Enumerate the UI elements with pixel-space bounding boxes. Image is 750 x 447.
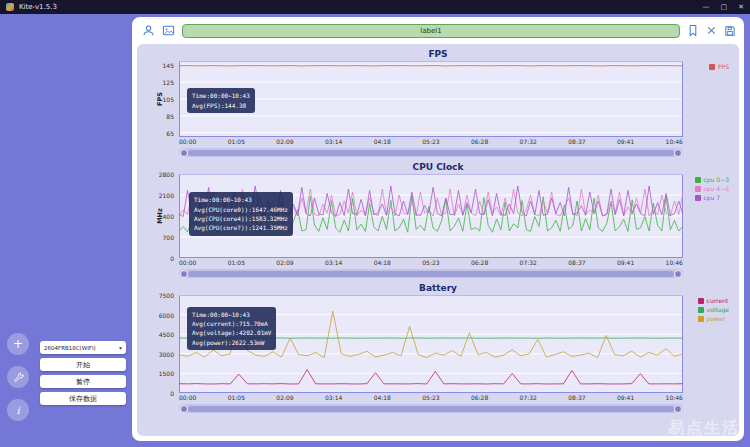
x-tick-label: 00:00 — [179, 259, 196, 266]
plot-area[interactable]: MHz 2800210014007000 Time:00:00~10:43Avg… — [179, 174, 683, 258]
x-tick-label: 10:46 — [666, 259, 683, 266]
minimize-button[interactable]: — — [703, 0, 710, 14]
cpu-clock-chart: CPU Clock MHz 2800210014007000 Time:00:0… — [145, 159, 731, 280]
tooltip-line: Avg(CPU(core7)):1241.35MHz — [194, 223, 288, 232]
slider-bar[interactable] — [188, 150, 674, 156]
cut-icon[interactable] — [706, 25, 717, 36]
app-icon — [6, 3, 14, 11]
slider-left-knob[interactable] — [180, 405, 188, 413]
x-axis-labels: 00:0001:0502:0903:1404:1805:2306:2807:32… — [179, 394, 683, 401]
y-tick-label: 65 — [166, 129, 174, 136]
x-tick-label: 10:46 — [666, 138, 683, 145]
pause-button[interactable]: 暂停 — [40, 375, 126, 388]
chart-range-slider[interactable] — [179, 148, 683, 157]
x-tick-label: 01:05 — [228, 259, 245, 266]
x-tick-label: 04:18 — [374, 138, 391, 145]
slider-right-knob[interactable] — [674, 149, 682, 157]
window-controls: — ▢ ✕ — [703, 0, 745, 14]
x-tick-label: 06:28 — [471, 259, 488, 266]
y-tick-label: 1400 — [159, 213, 174, 220]
main-panel: FPS FPS 1451251058565 Time:00:00~10:43Av… — [132, 17, 744, 441]
x-tick-label: 08:37 — [568, 394, 585, 401]
y-tick-label: 1500 — [159, 370, 174, 377]
x-axis-labels: 00:0001:0502:0903:1404:1805:2306:2807:32… — [179, 259, 683, 266]
x-tick-label: 10:46 — [666, 394, 683, 401]
x-tick-label: 00:00 — [179, 138, 196, 145]
save-data-button[interactable]: 保存数据 — [40, 392, 126, 405]
legend-swatch — [695, 186, 701, 192]
chart-title: FPS — [145, 46, 731, 61]
label-input[interactable] — [182, 24, 680, 38]
screenshot-icon[interactable] — [162, 24, 175, 37]
battery-chart: Battery 750060004500300015000 Time:00:00… — [145, 280, 731, 415]
bookmark-icon[interactable] — [687, 24, 699, 37]
fps-chart: FPS FPS 1451251058565 Time:00:00~10:43Av… — [145, 46, 731, 159]
chart-tooltip: Time:00:00~10:43Avg(FPS):144.38 — [187, 88, 255, 113]
chart-range-slider[interactable] — [179, 269, 683, 278]
y-tick-label: 3000 — [159, 350, 174, 357]
settings-button[interactable] — [7, 366, 29, 388]
x-tick-label: 04:18 — [374, 259, 391, 266]
save-icon[interactable] — [724, 25, 736, 37]
legend-item[interactable]: cpu 4~6 — [695, 185, 729, 192]
y-tick-label: 125 — [163, 79, 174, 86]
device-select[interactable]: 2604FRB18C(WIFI) ▾ — [40, 341, 126, 354]
legend-swatch — [698, 298, 704, 304]
legend-label: current — [707, 297, 729, 304]
x-tick-label: 07:32 — [520, 138, 537, 145]
legend-item[interactable]: cpu 0~3 — [695, 176, 729, 183]
chevron-down-icon: ▾ — [119, 344, 122, 351]
chart-legend: currentvoltagepower — [698, 297, 729, 322]
maximize-button[interactable]: ▢ — [721, 0, 728, 14]
plot-area[interactable]: FPS 1451251058565 Time:00:00~10:43Avg(FP… — [179, 61, 683, 137]
y-tick-label: 145 — [163, 62, 174, 69]
y-axis-ticks: 750060004500300015000 — [152, 295, 176, 393]
chart-title: CPU Clock — [145, 159, 731, 174]
device-panel: 2604FRB18C(WIFI) ▾ 开始 暂停 保存数据 — [40, 341, 126, 405]
x-tick-label: 05:23 — [422, 394, 439, 401]
legend-item[interactable]: power — [698, 315, 729, 322]
titlebar: Kite-v1.5.3 — ▢ ✕ — [0, 0, 750, 14]
legend-item[interactable]: cpu 7 — [695, 194, 729, 201]
add-device-button[interactable]: + — [7, 333, 29, 355]
plus-icon: + — [13, 337, 23, 351]
tooltip-line: Avg(power):2622.53mW — [192, 338, 271, 347]
legend-item[interactable]: FPS — [709, 63, 729, 70]
y-tick-label: 2800 — [159, 171, 174, 178]
legend-label: cpu 4~6 — [704, 185, 729, 192]
y-tick-label: 0 — [170, 255, 174, 262]
y-axis-ticks: 2800210014007000 — [152, 174, 176, 258]
toolbar — [132, 17, 744, 41]
tooltip-line: Time:00:00~10:43 — [194, 195, 288, 204]
device-select-value: 2604FRB18C(WIFI) — [44, 345, 96, 351]
legend-item[interactable]: voltage — [698, 306, 729, 313]
x-tick-label: 06:28 — [471, 138, 488, 145]
legend-label: power — [707, 315, 726, 322]
slider-bar[interactable] — [188, 271, 674, 277]
tooltip-line: Avg(current):715.70mA — [192, 319, 271, 328]
tooltip-line: Time:00:00~10:43 — [192, 91, 250, 100]
user-icon[interactable] — [142, 24, 155, 37]
x-tick-label: 01:05 — [228, 394, 245, 401]
legend-swatch — [698, 307, 704, 313]
y-tick-label: 85 — [166, 112, 174, 119]
tooltip-line: Avg(CPU(core0)):1647.46MHz — [194, 205, 288, 214]
x-tick-label: 09:41 — [617, 394, 634, 401]
legend-swatch — [695, 177, 701, 183]
x-tick-label: 08:37 — [568, 138, 585, 145]
y-tick-label: 6000 — [159, 311, 174, 318]
chart-range-slider[interactable] — [179, 404, 683, 413]
close-button[interactable]: ✕ — [738, 0, 744, 14]
legend-label: cpu 0~3 — [704, 176, 729, 183]
slider-right-knob[interactable] — [674, 270, 682, 278]
x-tick-label: 07:32 — [520, 394, 537, 401]
slider-right-knob[interactable] — [674, 405, 682, 413]
legend-item[interactable]: current — [698, 297, 729, 304]
info-icon: i — [16, 405, 19, 416]
slider-left-knob[interactable] — [180, 270, 188, 278]
start-button[interactable]: 开始 — [40, 358, 126, 371]
plot-area[interactable]: 750060004500300015000 Time:00:00~10:43Av… — [179, 295, 683, 393]
slider-bar[interactable] — [188, 406, 674, 412]
info-button[interactable]: i — [7, 399, 29, 421]
slider-left-knob[interactable] — [180, 149, 188, 157]
